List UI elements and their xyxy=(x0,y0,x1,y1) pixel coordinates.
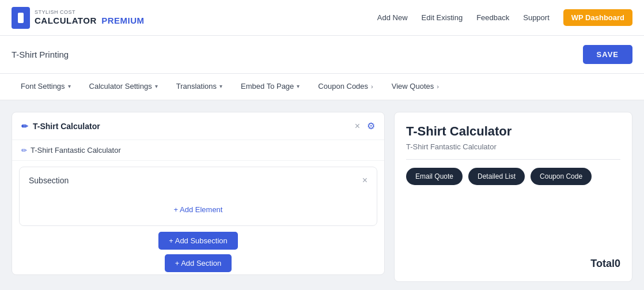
section-title: ✏ T-Shirt Calculator xyxy=(21,122,100,131)
section-subtitle-row: ✏ T-Shirt Fantastic Calculator xyxy=(12,140,384,161)
calculator-name-input[interactable] xyxy=(12,50,242,59)
add-subsection-button[interactable]: + Add Subsection xyxy=(158,232,238,250)
chevron-down-icon: ▾ xyxy=(219,83,222,89)
add-element-area: + Add Element xyxy=(20,194,377,225)
edit-existing-link[interactable]: Edit Existing xyxy=(422,13,463,22)
header: STYLISH COST CALCULATOR PREMIUM Add New … xyxy=(0,0,644,36)
save-button[interactable]: SAVE xyxy=(583,45,632,64)
add-new-link[interactable]: Add New xyxy=(377,13,408,22)
logo-stylish-text: STYLISH COST xyxy=(35,10,145,16)
tab-calculator-settings[interactable]: Calculator Settings ▾ xyxy=(80,74,167,100)
add-section-button[interactable]: + Add Section xyxy=(165,254,232,272)
logo-area: STYLISH COST CALCULATOR PREMIUM xyxy=(12,7,145,29)
support-link[interactable]: Support xyxy=(523,13,550,22)
section-card: ✏ T-Shirt Calculator × ⚙ ✏ T-Shirt Fanta… xyxy=(12,112,385,275)
logo-icon xyxy=(12,7,30,29)
section-header: ✏ T-Shirt Calculator × ⚙ xyxy=(12,112,384,140)
tab-embed-to-page-label: Embed To Page xyxy=(241,82,294,91)
subsection-wrapper: Subsection × + Add Element xyxy=(12,161,384,232)
logo-premium-text: PREMIUM xyxy=(101,16,144,25)
section-actions: × ⚙ xyxy=(355,120,375,131)
section-subtitle-text: T-Shirt Fantastic Calculator xyxy=(31,146,121,155)
pencil-icon: ✏ xyxy=(21,122,28,131)
tab-font-settings[interactable]: Font Settings ▾ xyxy=(12,74,80,100)
tab-embed-to-page[interactable]: Embed To Page ▾ xyxy=(232,74,309,100)
tab-bar: Font Settings ▾ Calculator Settings ▾ Tr… xyxy=(0,74,644,100)
email-quote-button[interactable]: Email Quote xyxy=(406,168,463,185)
header-nav: Add New Edit Existing Feedback Support W… xyxy=(377,9,632,26)
tab-coupon-codes-label: Coupon Codes xyxy=(318,82,368,91)
preview-subtitle: T-Shirt Fantastic Calculator xyxy=(406,142,620,160)
total-row: Total 0 xyxy=(406,258,620,270)
tab-view-quotes-label: View Quotes xyxy=(392,82,434,91)
logo-calc-text: CALCULATOR xyxy=(35,16,97,25)
chevron-down-icon: ▾ xyxy=(68,83,71,89)
bottom-buttons: + Add Subsection + Add Section xyxy=(12,232,384,274)
subsection-close-button[interactable]: × xyxy=(362,175,368,186)
right-panel: T-Shirt Calculator T-Shirt Fantastic Cal… xyxy=(394,112,632,282)
subsection-card: Subsection × + Add Element xyxy=(19,167,377,226)
preview-title: T-Shirt Calculator xyxy=(406,124,620,139)
section-gear-button[interactable]: ⚙ xyxy=(367,120,375,131)
subsection-title-text: Subsection xyxy=(29,176,69,185)
pencil-icon: ✏ xyxy=(21,146,27,155)
total-value: 0 xyxy=(615,258,620,270)
subsection-header: Subsection × xyxy=(20,167,377,194)
chevron-down-icon: ▾ xyxy=(297,83,300,89)
wp-dashboard-button[interactable]: WP Dashboard xyxy=(563,9,632,26)
left-panel: ✏ T-Shirt Calculator × ⚙ ✏ T-Shirt Fanta… xyxy=(12,112,385,282)
preview-buttons: Email Quote Detailed List Coupon Code xyxy=(406,168,620,185)
tab-translations[interactable]: Translations ▾ xyxy=(167,74,232,100)
feedback-link[interactable]: Feedback xyxy=(476,13,509,22)
detailed-list-button[interactable]: Detailed List xyxy=(468,168,525,185)
arrow-right-icon: › xyxy=(371,83,373,90)
section-title-text: T-Shirt Calculator xyxy=(33,122,100,131)
main-layout: ✏ T-Shirt Calculator × ⚙ ✏ T-Shirt Fanta… xyxy=(0,100,644,290)
title-bar: SAVE xyxy=(0,36,644,74)
arrow-right-icon: › xyxy=(437,83,439,90)
tab-coupon-codes[interactable]: Coupon Codes › xyxy=(309,74,382,100)
chevron-down-icon: ▾ xyxy=(155,83,158,89)
section-close-button[interactable]: × xyxy=(355,122,360,131)
tab-font-settings-label: Font Settings xyxy=(21,82,65,91)
coupon-code-button[interactable]: Coupon Code xyxy=(531,168,592,185)
tab-translations-label: Translations xyxy=(176,82,217,91)
add-element-button[interactable]: + Add Element xyxy=(174,205,223,214)
tab-view-quotes[interactable]: View Quotes › xyxy=(382,74,448,100)
logo-text: STYLISH COST CALCULATOR PREMIUM xyxy=(35,10,145,25)
tab-calculator-settings-label: Calculator Settings xyxy=(89,82,152,91)
total-label: Total xyxy=(590,258,615,270)
